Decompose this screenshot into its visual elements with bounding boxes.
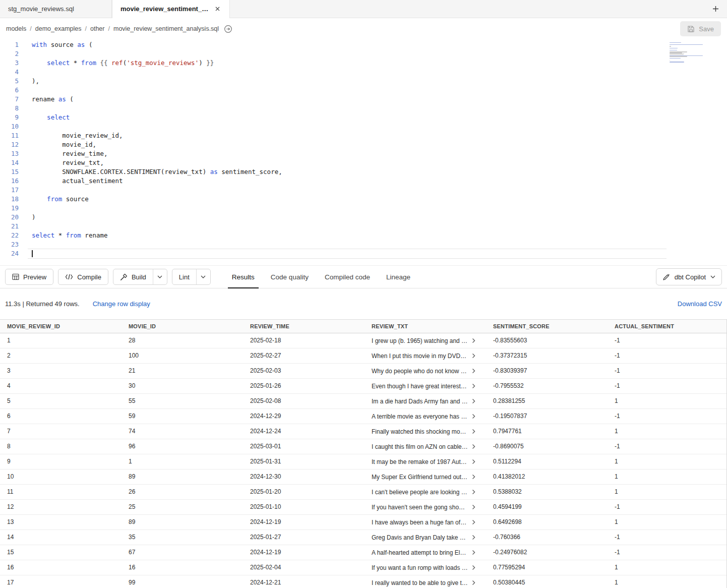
code-line[interactable]: 21 [0,222,727,231]
column-header-review-txt[interactable]: REVIEW_TXT [365,320,486,333]
download-csv-link[interactable]: Download CSV [678,300,722,308]
copy-file-name-icon[interactable] [224,25,232,33]
code-line[interactable]: 22select * from rename [0,231,727,240]
expand-review-icon[interactable] [472,535,475,540]
code-line[interactable]: 15 SNOWFLAKE.CORTEX.SENTIMENT(review_txt… [0,167,727,177]
expand-review-icon[interactable] [472,444,475,449]
table-row[interactable]: 8962025-03-01I caught this film on AZN o… [0,439,726,454]
file-tab[interactable]: stg_movie_reviews.sql [0,0,112,18]
table-row[interactable]: 7742024-12-24Finally watched this shocki… [0,424,726,439]
result-tab-results[interactable]: Results [224,265,263,288]
line-number: 2 [0,49,19,58]
expand-review-icon[interactable] [472,550,475,555]
column-header-movie-review-id[interactable]: MOVIE_REVIEW_ID [0,320,122,333]
table-row[interactable]: 4302025-01-26Even though I have great in… [0,379,726,394]
expand-review-icon[interactable] [472,368,475,374]
table-row[interactable]: 1282025-02-18I grew up (b. 1965) watchin… [0,333,726,348]
column-header-review-time[interactable]: REVIEW_TIME [243,320,365,333]
change-row-display-link[interactable]: Change row display [93,300,150,308]
table-row[interactable]: 16162025-02-04If you want a fun romp wit… [0,560,726,575]
code-line[interactable]: 7rename as ( [0,95,727,104]
column-header-movie-id[interactable]: MOVIE_ID [122,320,243,333]
expand-review-icon[interactable] [472,383,475,389]
tab-close-icon[interactable] [213,5,221,13]
code-line[interactable]: 6 [0,86,727,95]
code-line[interactable]: 14 review_txt, [0,158,727,167]
code-line[interactable]: 18 from source [0,195,727,204]
code-line[interactable]: 17 [0,186,727,195]
new-tab-button[interactable] [709,3,722,16]
code-line[interactable]: 1with source as ( [0,40,727,49]
expand-review-icon[interactable] [472,414,475,419]
result-tab-lineage[interactable]: Lineage [378,265,418,288]
code-line[interactable]: 23 [0,240,727,249]
table-row[interactable]: 13892024-12-19I have always been a huge … [0,515,726,530]
expand-review-icon[interactable] [472,459,475,464]
code-line[interactable]: 4 [0,68,727,77]
expand-review-icon[interactable] [472,489,475,495]
save-button[interactable]: Save [680,21,721,36]
minimap[interactable] [670,42,705,64]
expand-review-icon[interactable] [472,519,475,525]
expand-review-icon[interactable] [472,565,475,570]
code-text: SNOWFLAKE.CORTEX.SENTIMENT(review_txt) a… [19,167,282,177]
build-dropdown-chevron[interactable] [153,269,167,284]
lint-dropdown-chevron[interactable] [196,269,210,284]
expand-review-icon[interactable] [472,474,475,480]
result-tab-compiled-code[interactable]: Compiled code [317,265,378,288]
table-row[interactable]: 12252025-01-10If you haven't seen the go… [0,500,726,515]
table-row[interactable]: 912025-01-31It may be the remake of 1987… [0,454,726,469]
code-line[interactable]: 9 select [0,113,727,122]
expand-review-icon[interactable] [472,398,475,404]
column-header-sentiment-score[interactable]: SENTIMENT_SCORE [486,320,608,333]
table-row[interactable]: 6592024-12-29A terrible movie as everyon… [0,409,726,424]
expand-review-icon[interactable] [472,353,475,359]
code-line[interactable]: 24 [0,249,727,258]
code-line[interactable]: 12 movie_id, [0,140,727,149]
expand-review-icon[interactable] [472,429,475,434]
code-line[interactable]: 5), [0,77,727,86]
code-editor[interactable]: 1with source as (23 select * from {{ ref… [0,39,727,265]
table-row[interactable]: 14352025-01-27Greg Davis and Bryan Daly … [0,530,726,545]
cell-movie-review-id: 8 [0,439,122,454]
column-header-actual-sentiment[interactable]: ACTUAL_SENTIMENT [608,320,727,333]
code-line[interactable]: 16 actual_sentiment [0,177,727,186]
expand-review-icon[interactable] [472,504,475,510]
breadcrumb-segment[interactable]: movie_review_sentiment_analysis.sql [113,25,219,32]
code-line[interactable]: 13 review_time, [0,149,727,158]
code-line[interactable]: 10 [0,122,727,131]
code-line[interactable]: 19 [0,204,727,213]
breadcrumb-segment[interactable]: other [90,25,105,32]
cell-review-txt: I caught this film on AZN on cable. It s… [365,439,486,454]
code-lines: 1with source as (23 select * from {{ ref… [0,40,727,258]
line-number: 17 [0,186,19,195]
table-row[interactable]: 17992024-12-21I really wanted to be able… [0,575,726,588]
expand-review-icon[interactable] [472,338,475,343]
code-line[interactable]: 3 select * from {{ ref('stg_movie_review… [0,58,727,68]
cell-movie-id: 30 [122,379,243,393]
code-line[interactable]: 20) [0,213,727,222]
expand-review-icon[interactable] [472,580,475,585]
build-button[interactable]: Build [113,269,153,284]
table-row[interactable]: 5552025-02-08Im a die hard Dads Army fan… [0,394,726,409]
breadcrumb-segment[interactable]: models [6,25,26,32]
table-row[interactable]: 10892024-12-30My Super Ex Girlfriend tur… [0,469,726,485]
compile-button[interactable]: Compile [58,269,108,285]
cell-review-time: 2024-12-29 [243,409,365,424]
result-tab-code-quality[interactable]: Code quality [263,265,317,288]
preview-button[interactable]: Preview [5,269,53,285]
line-number: 6 [0,86,19,95]
dbt-copilot-button[interactable]: dbt Copilot [656,268,722,285]
table-row[interactable]: 3212025-02-03Why do people who do not kn… [0,364,726,379]
table-row[interactable]: 21002025-02-27When I put this movie in m… [0,348,726,364]
breadcrumb-segment[interactable]: demo_examples [35,25,82,32]
minimap-line [670,62,684,62]
code-line[interactable]: 11 movie_review_id, [0,131,727,140]
table-row[interactable]: 11262025-01-20I can't believe people are… [0,485,726,500]
cell-movie-id: 100 [122,348,243,363]
lint-button[interactable]: Lint [172,269,196,284]
file-tab[interactable]: movie_review_sentiment_… [112,0,230,18]
code-line[interactable]: 2 [0,49,727,58]
table-row[interactable]: 15672024-12-19A half-hearted attempt to … [0,545,726,560]
code-line[interactable]: 8 [0,104,727,113]
